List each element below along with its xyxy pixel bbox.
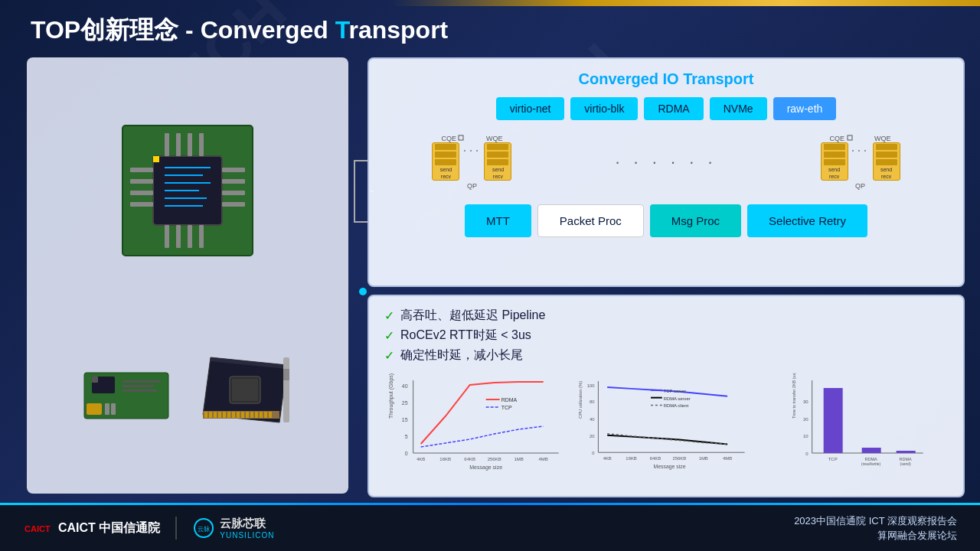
svg-rect-21 [176,225,181,248]
title-text-suffix: ransport [348,16,448,44]
svg-rect-37 [232,379,258,401]
left-panel [27,57,348,494]
feature-2-text: RoCEv2 RTT时延 < 3us [400,328,531,344]
svg-rect-45 [232,412,235,418]
throughput-svg: Throughput (Gbps) 0 5 15 25 40 4KB 16KB … [384,373,564,472]
qb-inner-10 [876,144,897,150]
cqe-label-right: CQE [830,135,853,142]
qb-inner-7 [824,144,845,150]
feature-3-text: 确定性时延，减小长尾 [400,347,523,364]
svg-rect-42 [218,412,221,418]
svg-text:20: 20 [590,434,595,439]
svg-text:(send): (send) [900,461,911,466]
feature-1: ✓ 高吞吐、超低延迟 Pipeline [384,308,948,324]
cpu-utilization-chart: CPU utilization (%) 0 20 40 80 100 4KB 1… [576,373,756,503]
network-cards-row [80,350,295,437]
svg-rect-108 [861,448,880,453]
selective-retry-button[interactable]: Selective Retry [747,204,867,237]
svg-rect-41 [214,412,217,418]
yunsilicon-logo: 云脉 云脉芯联 YUNSILICON [192,517,274,540]
svg-text:64KB: 64KB [650,456,661,461]
svg-rect-33 [122,390,157,392]
svg-rect-10 [130,191,153,195]
large-pcie-card [195,350,295,437]
left-queue-group: CQE WQE send recv ··· send recv [432,135,511,190]
svg-rect-106 [823,388,842,453]
small-card-svg [80,357,180,426]
svg-rect-44 [227,412,230,418]
svg-rect-58 [848,135,852,140]
svg-text:0: 0 [405,451,408,456]
svg-rect-111 [896,451,915,453]
svg-rect-39 [204,412,207,418]
svg-rect-22 [188,225,192,248]
footer-divider [175,517,177,540]
qb-inner-9 [824,159,845,165]
svg-text:1MB: 1MB [514,457,523,461]
proto-nvme[interactable]: NVMe [710,97,767,120]
svg-rect-31 [122,380,161,383]
proto-virtio-net[interactable]: virtio-net [496,97,565,120]
svg-rect-8 [130,168,153,172]
footer-left: CAICT CAICT 中国信通院 云脉 云脉芯联 YUNSILICON [23,517,274,540]
yunsilicon-label: 云脉芯联 YUNSILICON [220,517,274,540]
right-top-panel: Converged IO Transport virtio-net virtio… [368,57,965,287]
svg-text:40: 40 [590,417,595,422]
proto-rdma[interactable]: RDMA [644,97,703,120]
check-3: ✓ [384,348,394,363]
svg-text:15: 15 [402,417,408,422]
proto-virtio-blk[interactable]: virtio-blk [570,97,638,120]
yunsilicon-english: YUNSILICON [220,531,274,540]
svg-rect-53 [269,412,272,418]
svg-text:30: 30 [803,399,808,404]
svg-rect-12 [222,168,245,172]
svg-text:Message size: Message size [469,465,502,471]
caict-label: CAICT 中国信通院 [58,520,160,536]
title-highlight: T [335,16,349,44]
latency-svg: Time to transfer 2KB (us) 0 10 20 30 TCP… [768,373,948,472]
svg-rect-11 [130,202,153,207]
svg-text:4KB: 4KB [416,457,425,461]
packet-proc-button[interactable]: Packet Proc [537,204,644,237]
qb-inner-8 [824,152,845,158]
chip-illustration [111,114,264,267]
latency-chart: Time to transfer 2KB (us) 0 10 20 30 TCP… [768,373,948,503]
right-bottom-panel: ✓ 高吞吐、超低延迟 Pipeline ✓ RoCEv2 RTT时延 < 3us… [368,295,965,497]
svg-text:4KB: 4KB [603,456,612,461]
svg-rect-28 [111,403,116,415]
svg-text:20: 20 [803,417,808,422]
svg-rect-18 [188,133,192,156]
mtt-button[interactable]: MTT [465,204,531,237]
svg-text:0: 0 [805,452,808,456]
proto-raw-eth[interactable]: raw-eth [773,97,837,120]
queue-box-2: send recv [484,142,511,181]
svg-text:4MB: 4MB [723,456,732,461]
svg-rect-46 [237,412,240,418]
svg-rect-24 [153,156,159,162]
svg-text:Message size: Message size [654,464,686,470]
svg-rect-23 [199,225,204,248]
chip-svg [115,118,260,263]
qb-inner-11 [876,152,897,158]
wqe-label-right: WQE [874,135,891,142]
svg-rect-47 [241,412,244,418]
wqe-label-left: WQE [486,135,503,142]
svg-rect-32 [122,385,153,387]
converged-io-title: Converged IO Transport [381,70,952,88]
svg-text:RDMA server: RDMA server [664,396,691,401]
protocol-row: virtio-net virtio-blk RDMA NVMe raw-eth [381,97,952,120]
svg-text:0: 0 [593,451,596,455]
msg-proc-button[interactable]: Msg Proc [650,204,741,237]
event-line1: 2023中国信通院 ICT 深度观察报告会 [794,514,957,529]
qb-inner-4 [487,144,508,150]
svg-text:80: 80 [590,399,595,404]
cqe-label-left: CQE [441,135,464,142]
svg-rect-9 [130,179,153,184]
svg-text:64KB: 64KB [464,457,475,461]
svg-rect-14 [222,191,245,195]
svg-rect-54 [283,357,289,422]
svg-rect-51 [260,412,263,418]
page-title: TOP创新理念 - Converged Transport [31,14,448,47]
svg-text:16KB: 16KB [626,456,637,461]
qb-inner-3 [435,159,456,165]
